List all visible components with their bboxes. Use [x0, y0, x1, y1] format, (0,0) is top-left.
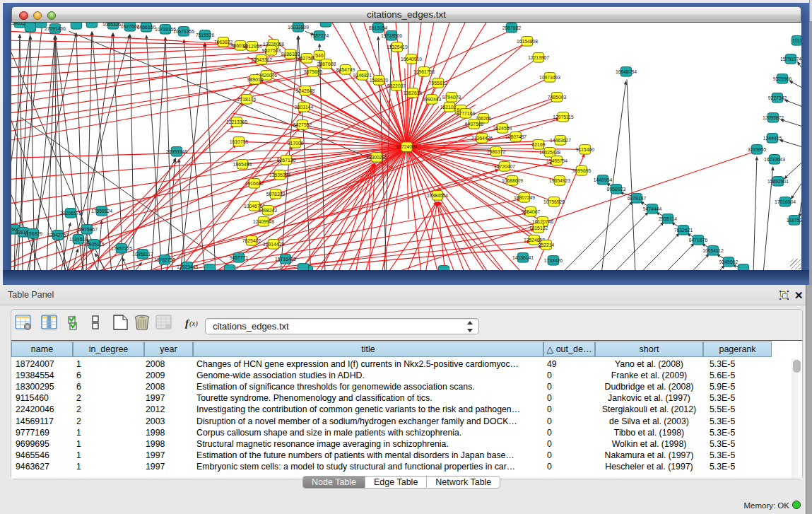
svg-text:62169: 62169 [532, 141, 546, 146]
svg-text:14136141: 14136141 [512, 255, 534, 259]
svg-text:9527508: 9527508 [298, 55, 317, 60]
svg-text:1244415: 1244415 [763, 135, 782, 140]
svg-text:8267130: 8267130 [277, 157, 296, 162]
svg-text:11325419: 11325419 [387, 44, 408, 49]
svg-text:1965493: 1965493 [233, 161, 252, 166]
svg-text:20206578: 20206578 [60, 210, 81, 215]
svg-text:10025438: 10025438 [539, 149, 560, 154]
svg-text:2935114: 2935114 [659, 216, 677, 221]
svg-text:19495794: 19495794 [546, 158, 567, 163]
svg-text:10961758: 10961758 [413, 69, 435, 74]
svg-text:19384554: 19384554 [427, 192, 448, 197]
svg-text:(x): (x) [189, 320, 198, 328]
svg-text:2867608: 2867608 [317, 61, 336, 66]
svg-text:9329966: 9329966 [773, 76, 792, 81]
svg-text:7632621: 7632621 [674, 227, 693, 232]
svg-text:10958117: 10958117 [132, 251, 153, 256]
svg-text:8471676: 8471676 [689, 237, 708, 242]
svg-text:2718176: 2718176 [237, 96, 257, 101]
svg-text:1362615: 1362615 [404, 90, 423, 95]
svg-text:8427552: 8427552 [293, 122, 312, 127]
svg-text:16914479: 16914479 [263, 241, 284, 246]
svg-text:116753: 116753 [787, 217, 801, 222]
svg-text:546: 546 [315, 52, 324, 57]
svg-text:10654112: 10654112 [702, 247, 724, 252]
svg-text:8813054: 8813054 [369, 25, 388, 30]
svg-text:7485003: 7485003 [548, 94, 567, 99]
svg-text:3875685: 3875685 [304, 69, 323, 74]
svg-text:12942757: 12942757 [47, 232, 69, 237]
svg-text:2803144: 2803144 [295, 104, 314, 109]
svg-text:5878332: 5878332 [266, 191, 286, 196]
svg-text:1156829: 1156829 [24, 230, 42, 235]
svg-text:1134519: 1134519 [69, 236, 88, 241]
svg-text:9115460: 9115460 [576, 146, 594, 151]
svg-text:9146821: 9146821 [353, 72, 372, 77]
svg-text:12213967: 12213967 [528, 54, 549, 59]
svg-text:21364436: 21364436 [471, 135, 493, 140]
svg-text:10543362: 10543362 [251, 57, 272, 62]
svg-text:10973493: 10973493 [539, 74, 560, 79]
svg-text:3624554: 3624554 [493, 125, 512, 130]
svg-text:8322037: 8322037 [387, 83, 406, 88]
svg-text:2087682: 2087682 [502, 25, 522, 30]
svg-text:9084067: 9084067 [522, 209, 541, 214]
svg-text:1610755: 1610755 [230, 139, 249, 144]
svg-text:10807487: 10807487 [505, 134, 526, 139]
svg-text:16782759: 16782759 [154, 257, 175, 262]
svg-text:6497568: 6497568 [465, 121, 484, 126]
svg-text:6879197: 6879197 [628, 195, 647, 200]
svg-text:1615132: 1615132 [529, 225, 548, 230]
svg-text:19654923: 19654923 [549, 177, 570, 182]
svg-text:18807249: 18807249 [514, 194, 535, 199]
svg-text:13535394: 13535394 [269, 172, 290, 177]
svg-text:17957225: 17957225 [111, 245, 132, 250]
svg-text:1916682: 1916682 [245, 180, 264, 185]
svg-text:7357224: 7357224 [310, 33, 329, 37]
svg-text:7625402: 7625402 [242, 238, 261, 243]
svg-text:989012: 989012 [247, 76, 264, 81]
svg-text:1440954: 1440954 [594, 177, 613, 182]
svg-text:7663822: 7663822 [214, 39, 233, 44]
svg-text:9699695: 9699695 [572, 168, 592, 173]
svg-text:27091406: 27091406 [45, 25, 66, 30]
svg-text:9474444: 9474444 [643, 206, 662, 211]
svg-text:16640910: 16640910 [401, 56, 422, 61]
svg-text:9777169: 9777169 [457, 110, 476, 115]
svg-text:10756928: 10756928 [543, 199, 565, 204]
svg-text:19218506: 19218506 [381, 33, 402, 37]
svg-text:8958923: 8958923 [607, 186, 626, 191]
svg-text:10688609: 10688609 [502, 177, 523, 182]
svg-text:8912954: 8912954 [243, 43, 262, 48]
svg-text:9457771: 9457771 [230, 255, 249, 259]
svg-text:26053346: 26053346 [166, 148, 187, 153]
svg-text:9794078: 9794078 [442, 94, 461, 99]
svg-text:9498242: 9498242 [259, 207, 278, 212]
svg-text:14463627: 14463627 [550, 137, 571, 142]
svg-text:9227342: 9227342 [768, 95, 787, 100]
svg-text:9242848: 9242848 [296, 88, 315, 93]
svg-text:17359924: 17359924 [91, 208, 112, 213]
svg-text:15692901: 15692901 [767, 178, 789, 183]
svg-text:18724007: 18724007 [396, 144, 417, 149]
svg-text:12093872: 12093872 [763, 115, 784, 119]
svg-text:12905115: 12905115 [83, 241, 105, 246]
svg-text:9245652: 9245652 [719, 259, 739, 264]
svg-text:252214: 252214 [539, 242, 555, 247]
svg-text:9527503: 9527503 [262, 47, 281, 52]
svg-text:16648784: 16648784 [616, 69, 637, 74]
svg-text:12409948: 12409948 [253, 218, 274, 223]
svg-text:10671355: 10671355 [173, 28, 194, 33]
svg-text:17016504: 17016504 [775, 199, 796, 204]
svg-text:3215955: 3215955 [748, 146, 767, 151]
svg-text:1112: 1112 [792, 37, 801, 42]
svg-text:16033809: 16033809 [288, 24, 309, 29]
svg-text:1733426: 1733426 [544, 257, 563, 262]
svg-text:9990443: 9990443 [423, 96, 442, 101]
svg-text:8454749: 8454749 [336, 66, 355, 71]
svg-text:10975867: 10975867 [76, 226, 98, 231]
svg-text:12213369: 12213369 [226, 119, 247, 124]
svg-text:1588520: 1588520 [370, 77, 389, 82]
svg-text:917006: 917006 [288, 140, 304, 145]
svg-text:16154808: 16154808 [517, 38, 538, 43]
